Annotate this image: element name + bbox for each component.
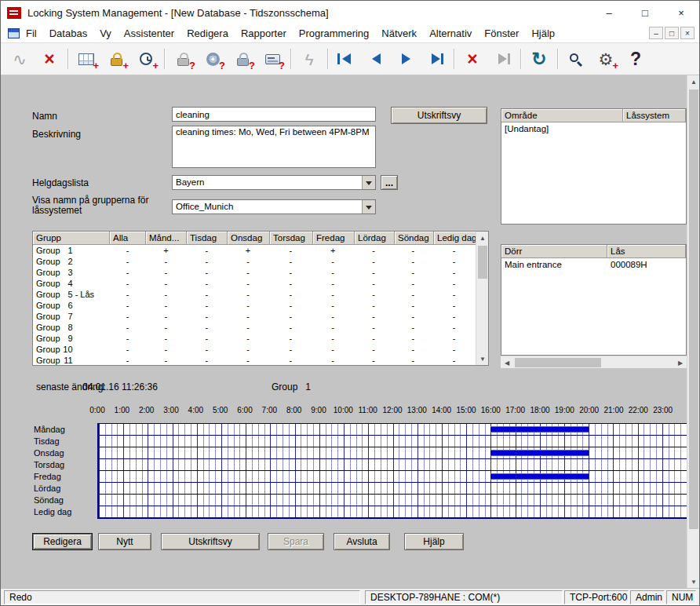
group-row[interactable]: Group5 - Lås--------- (33, 289, 476, 300)
group-row[interactable]: Group6--------- (33, 300, 476, 311)
exit-button[interactable]: Avsluta (334, 533, 390, 550)
door-table-horizontal-scrollbar[interactable]: ◀▶ (501, 356, 687, 368)
group-row[interactable]: Group3--------- (33, 267, 476, 278)
table-row[interactable]: Main entrance000089H (501, 258, 686, 270)
toolbar-separator (67, 49, 68, 69)
query-lock2-icon[interactable]: ? (228, 46, 257, 72)
group-row[interactable]: Group9--------- (33, 333, 476, 344)
close-button[interactable]: × (663, 1, 699, 24)
column-header-omr-de[interactable]: Område (501, 109, 623, 122)
column-header-tisdag[interactable]: Tisdag (187, 232, 228, 245)
group-names-select[interactable]: Office_Munich (172, 199, 376, 214)
column-header-ledig-dag[interactable]: Ledig dag (434, 232, 477, 245)
day-row-onsdag[interactable] (99, 447, 687, 459)
menu-rapporter[interactable]: Rapporter (235, 26, 293, 41)
new-lock-icon[interactable]: + (101, 46, 131, 72)
column-header-m-nd[interactable]: Månd... (146, 232, 187, 245)
column-header-torsdag[interactable]: Torsdag (270, 232, 313, 245)
column-header-alla[interactable]: Alla (110, 232, 146, 245)
mdi-restore-button[interactable]: □ (665, 27, 679, 39)
first-record-icon[interactable] (331, 46, 361, 72)
column-header-grupp[interactable]: Grupp (33, 232, 110, 245)
menu-redigera[interactable]: Redigera (180, 26, 235, 41)
group-row[interactable]: Group11--------- (33, 355, 476, 366)
scroll-down-button[interactable]: ▼ (687, 575, 699, 588)
mdi-window-controls: –□× (647, 27, 695, 39)
group-names-dropdown-arrow-icon[interactable] (362, 200, 375, 214)
column-header-l-ssystem[interactable]: Låssystem (623, 109, 686, 122)
day-row-torsdag[interactable] (99, 459, 687, 471)
group-row[interactable]: Group10--------- (33, 344, 476, 355)
previous-record-icon[interactable] (361, 46, 391, 72)
scrollbar-thumb[interactable] (478, 246, 487, 279)
menu-vy[interactable]: Vy (93, 26, 118, 41)
new-time-group-icon[interactable]: + (131, 46, 161, 72)
print-preview-top-button[interactable]: Utskriftsvy (391, 107, 487, 124)
day-row-s-ndag[interactable] (99, 495, 687, 506)
last-record-icon[interactable] (421, 46, 450, 72)
menu-programmering[interactable]: Programmering (293, 26, 376, 41)
new-time-plan-icon[interactable]: + (71, 46, 101, 72)
browse-holiday-button[interactable]: ... (381, 175, 398, 190)
group-day-grid[interactable]: GruppAllaMånd...TisdagOnsdagTorsdagFreda… (32, 231, 489, 366)
column-header-l-s[interactable]: Lås (607, 245, 686, 258)
disconnect-icon[interactable]: × (35, 46, 64, 72)
scroll-up-button[interactable]: ▲ (687, 75, 699, 88)
maximize-button[interactable]: □ (627, 1, 663, 24)
group-row[interactable]: Group4--------- (33, 278, 476, 289)
group-row[interactable]: Group1-+-+-+--- (33, 245, 476, 256)
next-record-icon[interactable] (391, 46, 421, 72)
menu-f-nster[interactable]: Fönster (478, 26, 525, 41)
holiday-dropdown-arrow-icon[interactable] (362, 176, 375, 189)
menu-alternativ[interactable]: Alternativ (423, 26, 478, 41)
edit-button[interactable]: Redigera (32, 533, 93, 550)
options-gear-icon[interactable]: ⚙+ (591, 46, 621, 72)
day-row-l-rdag[interactable] (99, 483, 687, 495)
name-input[interactable] (172, 107, 376, 122)
table-row[interactable]: [Undantag] (501, 122, 686, 134)
column-header-d-rr[interactable]: Dörr (501, 245, 607, 258)
cancel-search-icon[interactable]: × (458, 46, 487, 72)
weekly-time-grid[interactable] (97, 423, 687, 519)
group-grid-vertical-scrollbar[interactable]: ▲▼ (476, 232, 488, 365)
client-vertical-scrollbar[interactable]: ▲▼ (687, 75, 699, 588)
help-button[interactable]: Hjälp (404, 533, 464, 550)
new-button[interactable]: Nytt (98, 533, 151, 550)
scroll-down-button[interactable]: ▼ (476, 352, 489, 365)
column-header-s-ndag[interactable]: Söndag (395, 232, 434, 245)
query-lock-icon[interactable]: ? (168, 46, 198, 72)
column-header-fredag[interactable]: Fredag (313, 232, 355, 245)
column-header-onsdag[interactable]: Onsdag (228, 232, 270, 245)
group-row[interactable]: Group2--------- (33, 256, 476, 267)
menu-assistenter[interactable]: Assistenter (118, 26, 180, 41)
print-preview-button[interactable]: Utskriftsvy (161, 533, 260, 550)
mdi-close-button[interactable]: × (680, 27, 695, 39)
day-row-fredag[interactable] (99, 471, 687, 483)
day-row-tisdag[interactable] (99, 436, 687, 447)
holiday-list-select[interactable]: Bayern (172, 175, 376, 190)
query-disc-icon[interactable]: ? (198, 46, 228, 72)
column-header-l-rdag[interactable]: Lördag (355, 232, 395, 245)
group-row[interactable]: Group8--------- (33, 322, 476, 333)
group-row[interactable]: Group7--------- (33, 311, 476, 322)
refresh-icon[interactable]: ↻ (524, 46, 554, 72)
help-icon[interactable]: ? (621, 46, 651, 72)
scroll-right-button[interactable]: ▶ (674, 356, 687, 369)
minimize-button[interactable]: – (591, 1, 627, 24)
search-icon[interactable] (561, 46, 591, 72)
menu-hj-lp[interactable]: Hjälp (525, 26, 561, 41)
menu-fil[interactable]: Fil (20, 26, 43, 41)
scrollbar-thumb[interactable] (515, 358, 601, 367)
day-row-m-ndag[interactable] (99, 424, 687, 436)
menu-n-tverk[interactable]: Nätverk (375, 26, 423, 41)
description-input[interactable]: cleaning times: Mo, Wed, Fri between 4PM… (172, 126, 376, 168)
mdi-minimize-button[interactable]: – (649, 27, 663, 39)
door-lock-table[interactable]: DörrLåsMain entrance000089H (501, 244, 687, 356)
scroll-up-button[interactable]: ▲ (476, 232, 489, 244)
area-locksystem-table[interactable]: OmrådeLåssystem[Undantag] (501, 108, 687, 225)
scroll-left-button[interactable]: ◀ (501, 356, 513, 369)
query-card-icon[interactable]: ? (257, 46, 287, 72)
scrollbar-thumb[interactable] (689, 89, 698, 529)
day-row-ledig-dag[interactable] (99, 506, 687, 518)
menu-databas[interactable]: Databas (43, 26, 93, 41)
